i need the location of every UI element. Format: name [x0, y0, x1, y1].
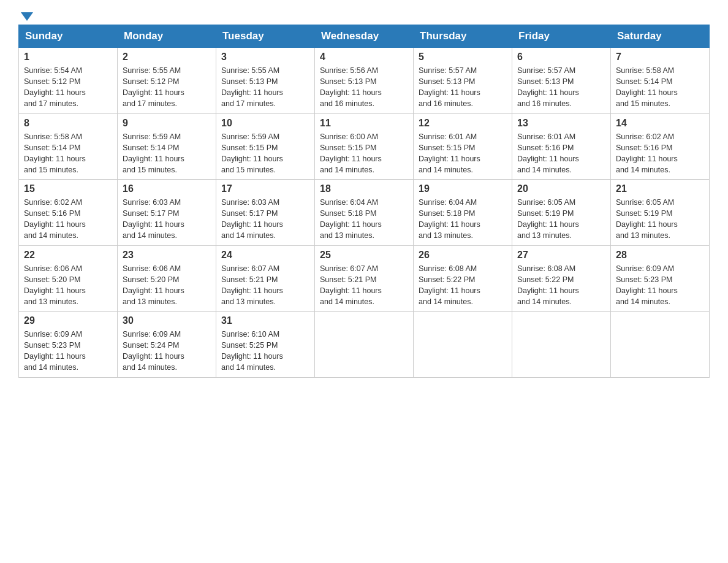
day-number: 26 [419, 250, 507, 261]
calendar-cell: 26 Sunrise: 6:08 AMSunset: 5:22 PMDaylig… [414, 245, 512, 312]
calendar-cell: 4 Sunrise: 5:56 AMSunset: 5:13 PMDayligh… [315, 48, 414, 114]
calendar-cell [414, 312, 512, 378]
day-info: Sunrise: 5:58 AMSunset: 5:14 PMDaylight:… [24, 131, 112, 176]
page-header [18, 12, 710, 18]
day-info: Sunrise: 6:06 AMSunset: 5:20 PMDaylight:… [123, 263, 211, 308]
day-info: Sunrise: 5:57 AMSunset: 5:13 PMDaylight:… [517, 65, 605, 110]
calendar-cell: 5 Sunrise: 5:57 AMSunset: 5:13 PMDayligh… [414, 48, 512, 114]
day-info: Sunrise: 5:55 AMSunset: 5:12 PMDaylight:… [123, 65, 211, 110]
day-number: 13 [517, 118, 605, 129]
day-number: 22 [24, 250, 112, 261]
calendar-week-row: 29 Sunrise: 6:09 AMSunset: 5:23 PMDaylig… [19, 312, 710, 378]
day-number: 9 [123, 118, 211, 129]
calendar-week-row: 1 Sunrise: 5:54 AMSunset: 5:12 PMDayligh… [19, 48, 710, 114]
logo-general-text [18, 12, 33, 21]
calendar-cell [611, 312, 710, 378]
day-info: Sunrise: 5:57 AMSunset: 5:13 PMDaylight:… [419, 65, 507, 110]
day-number: 12 [419, 118, 507, 129]
calendar-cell: 29 Sunrise: 6:09 AMSunset: 5:23 PMDaylig… [19, 312, 118, 378]
day-number: 15 [24, 183, 112, 194]
day-number: 6 [517, 52, 605, 63]
day-info: Sunrise: 6:08 AMSunset: 5:22 PMDaylight:… [419, 263, 507, 308]
day-number: 24 [221, 250, 309, 261]
calendar-cell: 21 Sunrise: 6:05 AMSunset: 5:19 PMDaylig… [611, 180, 710, 246]
calendar-cell: 14 Sunrise: 6:02 AMSunset: 5:16 PMDaylig… [611, 113, 710, 180]
day-number: 20 [517, 183, 605, 194]
calendar-header-row: SundayMondayTuesdayWednesdayThursdayFrid… [19, 25, 710, 48]
day-info: Sunrise: 5:59 AMSunset: 5:14 PMDaylight:… [123, 131, 211, 176]
day-info: Sunrise: 6:09 AMSunset: 5:23 PMDaylight:… [616, 263, 704, 308]
day-number: 16 [123, 183, 211, 194]
day-info: Sunrise: 6:04 AMSunset: 5:18 PMDaylight:… [419, 197, 507, 242]
day-number: 1 [24, 52, 112, 63]
day-info: Sunrise: 5:54 AMSunset: 5:12 PMDaylight:… [24, 65, 112, 110]
calendar-cell: 10 Sunrise: 5:59 AMSunset: 5:15 PMDaylig… [216, 113, 315, 180]
day-number: 21 [616, 183, 704, 194]
day-info: Sunrise: 6:09 AMSunset: 5:23 PMDaylight:… [24, 329, 112, 373]
weekday-header-tuesday: Tuesday [216, 25, 315, 48]
day-info: Sunrise: 6:02 AMSunset: 5:16 PMDaylight:… [616, 131, 704, 176]
day-info: Sunrise: 6:01 AMSunset: 5:16 PMDaylight:… [517, 131, 605, 176]
weekday-header-saturday: Saturday [611, 25, 710, 48]
calendar-cell [512, 312, 611, 378]
calendar-cell: 3 Sunrise: 5:55 AMSunset: 5:13 PMDayligh… [216, 48, 315, 114]
day-info: Sunrise: 5:58 AMSunset: 5:14 PMDaylight:… [616, 65, 704, 110]
calendar-cell: 8 Sunrise: 5:58 AMSunset: 5:14 PMDayligh… [19, 113, 118, 180]
day-info: Sunrise: 6:07 AMSunset: 5:21 PMDaylight:… [221, 263, 309, 308]
day-info: Sunrise: 6:00 AMSunset: 5:15 PMDaylight:… [320, 131, 408, 176]
weekday-header-sunday: Sunday [19, 25, 118, 48]
calendar-cell: 2 Sunrise: 5:55 AMSunset: 5:12 PMDayligh… [118, 48, 216, 114]
logo [18, 12, 33, 18]
day-number: 17 [221, 183, 309, 194]
calendar-cell: 19 Sunrise: 6:04 AMSunset: 5:18 PMDaylig… [414, 180, 512, 246]
day-info: Sunrise: 5:56 AMSunset: 5:13 PMDaylight:… [320, 65, 408, 110]
calendar-cell: 17 Sunrise: 6:03 AMSunset: 5:17 PMDaylig… [216, 180, 315, 246]
day-number: 18 [320, 183, 408, 194]
day-info: Sunrise: 6:05 AMSunset: 5:19 PMDaylight:… [517, 197, 605, 242]
day-info: Sunrise: 5:59 AMSunset: 5:15 PMDaylight:… [221, 131, 309, 176]
day-number: 31 [221, 315, 309, 326]
day-number: 19 [419, 183, 507, 194]
calendar-cell: 30 Sunrise: 6:09 AMSunset: 5:24 PMDaylig… [118, 312, 216, 378]
day-number: 10 [221, 118, 309, 129]
day-info: Sunrise: 6:07 AMSunset: 5:21 PMDaylight:… [320, 263, 408, 308]
day-number: 25 [320, 250, 408, 261]
day-number: 4 [320, 52, 408, 63]
calendar-cell: 15 Sunrise: 6:02 AMSunset: 5:16 PMDaylig… [19, 180, 118, 246]
weekday-header-friday: Friday [512, 25, 611, 48]
day-number: 2 [123, 52, 211, 63]
calendar-cell: 6 Sunrise: 5:57 AMSunset: 5:13 PMDayligh… [512, 48, 611, 114]
calendar-cell: 20 Sunrise: 6:05 AMSunset: 5:19 PMDaylig… [512, 180, 611, 246]
day-info: Sunrise: 6:08 AMSunset: 5:22 PMDaylight:… [517, 263, 605, 308]
day-info: Sunrise: 6:10 AMSunset: 5:25 PMDaylight:… [221, 329, 309, 373]
calendar-week-row: 15 Sunrise: 6:02 AMSunset: 5:16 PMDaylig… [19, 180, 710, 246]
calendar-cell: 11 Sunrise: 6:00 AMSunset: 5:15 PMDaylig… [315, 113, 414, 180]
day-info: Sunrise: 6:01 AMSunset: 5:15 PMDaylight:… [419, 131, 507, 176]
day-info: Sunrise: 6:03 AMSunset: 5:17 PMDaylight:… [123, 197, 211, 242]
day-number: 11 [320, 118, 408, 129]
weekday-header-monday: Monday [118, 25, 216, 48]
day-number: 14 [616, 118, 704, 129]
day-number: 3 [221, 52, 309, 63]
calendar-cell: 1 Sunrise: 5:54 AMSunset: 5:12 PMDayligh… [19, 48, 118, 114]
day-info: Sunrise: 6:05 AMSunset: 5:19 PMDaylight:… [616, 197, 704, 242]
day-info: Sunrise: 6:02 AMSunset: 5:16 PMDaylight:… [24, 197, 112, 242]
calendar-cell: 24 Sunrise: 6:07 AMSunset: 5:21 PMDaylig… [216, 245, 315, 312]
day-number: 28 [616, 250, 704, 261]
day-info: Sunrise: 6:04 AMSunset: 5:18 PMDaylight:… [320, 197, 408, 242]
calendar-cell: 28 Sunrise: 6:09 AMSunset: 5:23 PMDaylig… [611, 245, 710, 312]
calendar-week-row: 22 Sunrise: 6:06 AMSunset: 5:20 PMDaylig… [19, 245, 710, 312]
calendar-cell: 16 Sunrise: 6:03 AMSunset: 5:17 PMDaylig… [118, 180, 216, 246]
day-info: Sunrise: 6:03 AMSunset: 5:17 PMDaylight:… [221, 197, 309, 242]
calendar-cell: 23 Sunrise: 6:06 AMSunset: 5:20 PMDaylig… [118, 245, 216, 312]
day-number: 7 [616, 52, 704, 63]
calendar-week-row: 8 Sunrise: 5:58 AMSunset: 5:14 PMDayligh… [19, 113, 710, 180]
day-number: 5 [419, 52, 507, 63]
calendar-cell: 9 Sunrise: 5:59 AMSunset: 5:14 PMDayligh… [118, 113, 216, 180]
calendar-cell: 25 Sunrise: 6:07 AMSunset: 5:21 PMDaylig… [315, 245, 414, 312]
day-info: Sunrise: 6:09 AMSunset: 5:24 PMDaylight:… [123, 329, 211, 373]
calendar-cell: 7 Sunrise: 5:58 AMSunset: 5:14 PMDayligh… [611, 48, 710, 114]
calendar-cell: 18 Sunrise: 6:04 AMSunset: 5:18 PMDaylig… [315, 180, 414, 246]
weekday-header-wednesday: Wednesday [315, 25, 414, 48]
day-number: 27 [517, 250, 605, 261]
